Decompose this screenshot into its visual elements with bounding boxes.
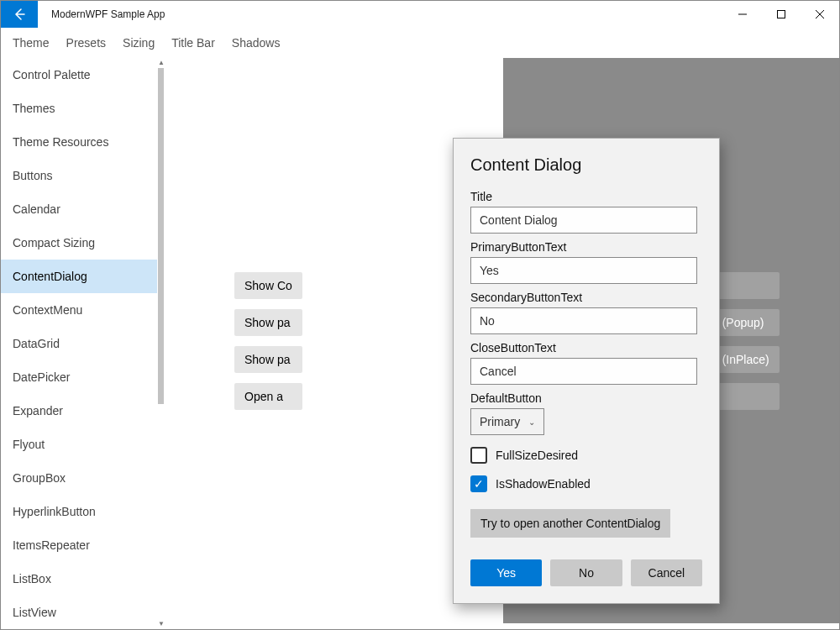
combo-defaultbutton-value: Primary xyxy=(480,415,520,428)
checkbox-shadow[interactable]: ✓ xyxy=(470,475,487,492)
input-primary[interactable] xyxy=(470,257,697,284)
input-secondary[interactable] xyxy=(470,307,697,334)
minimize-button[interactable] xyxy=(723,1,762,28)
label-fullsize: FullSizeDesired xyxy=(496,449,578,462)
scroll-down-icon[interactable]: ▼ xyxy=(157,619,165,629)
dialog-yes-button[interactable]: Yes xyxy=(470,559,542,586)
sidebar-item-listview[interactable]: ListView xyxy=(1,596,157,629)
menu-theme[interactable]: Theme xyxy=(13,36,50,50)
sidebar-item-contentdialog[interactable]: ContentDialog xyxy=(1,260,157,293)
scroll-up-icon[interactable]: ▲ xyxy=(157,58,165,68)
content-dialog: Content Dialog Title PrimaryButtonText S… xyxy=(453,138,720,604)
dialog-header: Content Dialog xyxy=(470,155,702,175)
sidebar-item-hyperlinkbutton[interactable]: HyperlinkButton xyxy=(1,495,157,528)
label-title: Title xyxy=(470,190,702,203)
sidebar-item-compact-sizing[interactable]: Compact Sizing xyxy=(1,226,157,260)
minimize-icon xyxy=(738,10,747,18)
main-content: Show Co Show pa Show pa Open a Show Cont… xyxy=(165,58,839,629)
dialog-no-button[interactable]: No xyxy=(550,559,622,586)
checkbox-fullsize[interactable] xyxy=(470,447,487,464)
app-title: ModernWPF Sample App xyxy=(51,8,165,20)
menu-sizing[interactable]: Sizing xyxy=(123,36,155,50)
back-arrow-icon xyxy=(13,8,25,20)
menu-titlebar[interactable]: Title Bar xyxy=(171,36,215,50)
sidebar-item-groupbox[interactable]: GroupBox xyxy=(1,461,157,495)
label-primary: PrimaryButtonText xyxy=(470,240,702,254)
bg-show-parented-popup-left[interactable]: Show pa xyxy=(234,309,302,336)
close-button[interactable] xyxy=(801,1,839,28)
sidebar-item-itemsrepeater[interactable]: ItemsRepeater xyxy=(1,528,157,562)
maximize-icon xyxy=(777,10,785,18)
sidebar-item-buttons[interactable]: Buttons xyxy=(1,159,157,192)
label-close: CloseButtonText xyxy=(470,341,702,354)
menubar: Theme Presets Sizing Title Bar Shadows xyxy=(1,28,839,58)
label-defaultbutton: DefaultButton xyxy=(470,391,702,405)
try-open-another-button[interactable]: Try to open another ContentDialog xyxy=(470,509,670,538)
maximize-button[interactable] xyxy=(762,1,801,28)
menu-presets[interactable]: Presets xyxy=(66,36,106,50)
titlebar: ModernWPF Sample App xyxy=(1,1,839,28)
scroll-thumb[interactable] xyxy=(158,68,164,404)
close-icon xyxy=(816,10,824,18)
chevron-down-icon: ⌄ xyxy=(528,417,535,427)
sidebar-item-calendar[interactable]: Calendar xyxy=(1,192,157,226)
menu-shadows[interactable]: Shadows xyxy=(232,36,281,50)
back-button[interactable] xyxy=(1,1,38,28)
svg-rect-1 xyxy=(778,11,785,18)
bg-show-contentdialog-left[interactable]: Show Co xyxy=(234,272,302,299)
sidebar-item-expander[interactable]: Expander xyxy=(1,394,157,428)
sidebar-item-theme-resources[interactable]: Theme Resources xyxy=(1,125,157,159)
sidebar-item-datepicker[interactable]: DatePicker xyxy=(1,360,157,394)
sidebar-item-control-palette[interactable]: Control Palette xyxy=(1,58,157,92)
label-shadow: IsShadowEnabled xyxy=(496,477,591,491)
label-secondary: SecondaryButtonText xyxy=(470,291,702,304)
sidebar-scrollbar[interactable]: ▲ ▼ xyxy=(157,58,165,629)
input-close[interactable] xyxy=(470,358,697,385)
sidebar-item-contextmenu[interactable]: ContextMenu xyxy=(1,293,157,327)
input-title[interactable] xyxy=(470,207,697,234)
bg-show-parented-inplace-left[interactable]: Show pa xyxy=(234,346,302,373)
sidebar-item-datagrid[interactable]: DataGrid xyxy=(1,327,157,360)
sidebar-item-listbox[interactable]: ListBox xyxy=(1,562,157,596)
sidebar: Control PaletteThemesTheme ResourcesButt… xyxy=(1,58,165,629)
sidebar-item-themes[interactable]: Themes xyxy=(1,92,157,125)
combo-defaultbutton[interactable]: Primary ⌄ xyxy=(470,408,544,435)
sidebar-item-flyout[interactable]: Flyout xyxy=(1,428,157,461)
bg-open-new-window-left[interactable]: Open a xyxy=(234,383,302,410)
dialog-cancel-button[interactable]: Cancel xyxy=(631,559,702,586)
